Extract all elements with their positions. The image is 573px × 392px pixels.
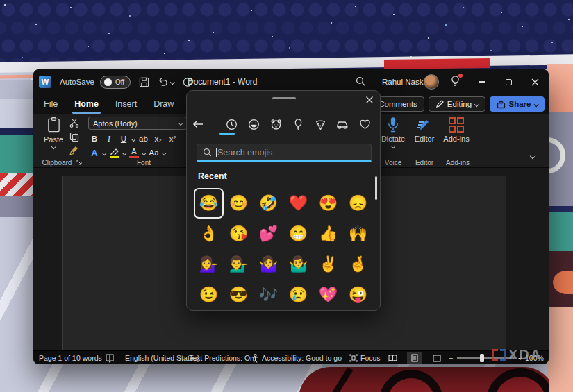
highlight-button[interactable] [108,146,121,159]
emoji-cell[interactable]: 🙌 [343,219,373,249]
tab-insert[interactable]: Insert [115,98,138,110]
category-animals-button[interactable] [265,119,287,130]
superscript-button[interactable]: x² [167,133,179,145]
underline-chevron-icon[interactable] [131,137,135,141]
autosave-toggle[interactable]: Off [100,76,131,89]
emoji-search-box[interactable] [197,144,372,162]
text-predictions-status[interactable]: Text Predictions: On [189,351,254,364]
autosave-state: Off [115,78,124,86]
emoji-cell[interactable]: 🤞 [343,249,373,280]
category-symbols-button[interactable] [354,119,376,130]
tab-home[interactable]: Home [74,98,99,110]
emoji-cell[interactable]: 😞 [343,188,373,219]
emoji-cell[interactable]: 💕 [254,219,283,249]
underline-button[interactable]: U [117,133,130,145]
font-name-combobox[interactable]: Aptos (Body) [88,117,187,130]
focus-button[interactable]: Focus [349,351,381,364]
editing-mode-button[interactable]: Editing [429,96,485,112]
editor-button[interactable]: Editor [410,117,438,143]
web-layout-icon [433,355,441,362]
emoji-scrollbar[interactable] [375,176,377,200]
undo-chevron-icon [170,80,174,84]
zoom-out-button[interactable]: − [449,351,453,364]
emoji-panel-close-button[interactable] [365,96,374,104]
search-icon [356,76,366,87]
minimize-button[interactable] [469,69,495,94]
emoji-cell[interactable]: 🤣 [254,188,283,219]
save-button[interactable] [139,77,149,87]
addins-button[interactable]: Add-ins [442,117,470,143]
emoji-cell[interactable]: 😘 [224,219,254,249]
emoji-cell[interactable]: 😜 [343,280,373,310]
text-effects-button[interactable]: A [88,146,101,159]
background-red-stripe [384,58,490,69]
zoom-slider-handle[interactable] [480,354,484,362]
stars [4,4,6,6]
animal-face-icon [270,119,282,130]
emoji-cell[interactable]: 😍 [313,188,343,219]
tab-file[interactable]: File [43,98,58,110]
cut-icon[interactable] [69,118,79,128]
page-count[interactable]: Page 1 of 1 [39,351,76,364]
search-button[interactable] [356,76,366,87]
back-button[interactable] [192,119,210,130]
change-case-chevron-icon[interactable] [162,151,166,155]
pizza-icon [315,119,326,130]
category-smileys-button[interactable] [242,119,265,130]
format-painter-icon[interactable] [69,146,79,155]
emoji-cell[interactable]: ❤️ [283,188,313,219]
clipboard-dialog-launcher[interactable] [76,160,82,165]
category-celebrations-button[interactable] [287,119,309,130]
emoji-cell[interactable]: 🎶 [254,280,283,310]
font-color-button[interactable]: A [128,146,140,159]
emoji-cell[interactable]: 🤷‍♀️ [254,249,283,280]
highlight-chevron-icon[interactable] [122,151,126,155]
undo-button[interactable] [158,77,174,87]
emoji-cell[interactable]: 😢 [283,280,313,310]
category-travel-button[interactable] [331,119,354,130]
emoji-cell[interactable]: 😊 [224,188,254,219]
accessibility-button[interactable]: Accessibility: Good to go [251,351,342,364]
emoji-cell[interactable]: 😂 [194,188,224,219]
panel-drag-handle[interactable] [272,97,296,99]
font-color-chevron-icon[interactable] [142,151,146,155]
share-button[interactable]: Share [490,96,545,112]
subscript-button[interactable]: x₂ [152,133,165,145]
emoji-cell[interactable]: 😁 [283,219,313,249]
emoji-cell[interactable]: ✌️ [313,249,343,280]
emoji-cell[interactable]: 🤷‍♂️ [283,249,313,280]
ribbon-collapse-chevron[interactable] [530,153,535,159]
word-count[interactable]: 0 words [76,351,102,364]
emoji-cell[interactable]: 👍 [313,219,343,249]
emoji-cell[interactable]: 👌 [194,219,224,249]
emoji-cell[interactable]: 💁‍♂️ [224,249,254,280]
close-button[interactable] [522,69,548,94]
user-avatar[interactable] [424,74,439,90]
proofing-button[interactable] [106,351,114,364]
dictate-button[interactable]: Dictate [379,117,407,148]
read-mode-button[interactable] [385,352,400,364]
change-case-button[interactable]: Aa [148,146,160,159]
emoji-cell[interactable]: 💖 [313,280,343,310]
tab-draw[interactable]: Draw [153,98,174,110]
print-layout-button[interactable] [407,352,422,364]
category-food-button[interactable] [309,119,331,130]
tips-button[interactable] [450,75,460,87]
emoji-search-input[interactable] [217,148,365,157]
bold-button[interactable]: B [88,133,101,145]
xda-logo-icon [492,349,498,361]
copy-icon[interactable] [69,132,79,142]
text-effects-chevron-icon[interactable] [102,151,106,155]
paste-chevron-icon [51,144,56,148]
clipboard-icon [47,117,61,133]
strikethrough-button[interactable]: ab [138,133,150,145]
paste-button[interactable]: Paste [40,117,67,157]
web-layout-button[interactable] [429,352,445,364]
emoji-cell[interactable]: 😎 [224,280,254,310]
emoji-cell[interactable]: 💁‍♀️ [194,249,224,280]
word-logo-icon[interactable]: W [39,76,51,88]
maximize-button[interactable] [495,69,522,94]
italic-button[interactable]: I [103,133,115,145]
category-recent-button[interactable] [220,119,242,130]
emoji-cell[interactable]: 😉 [194,280,224,310]
